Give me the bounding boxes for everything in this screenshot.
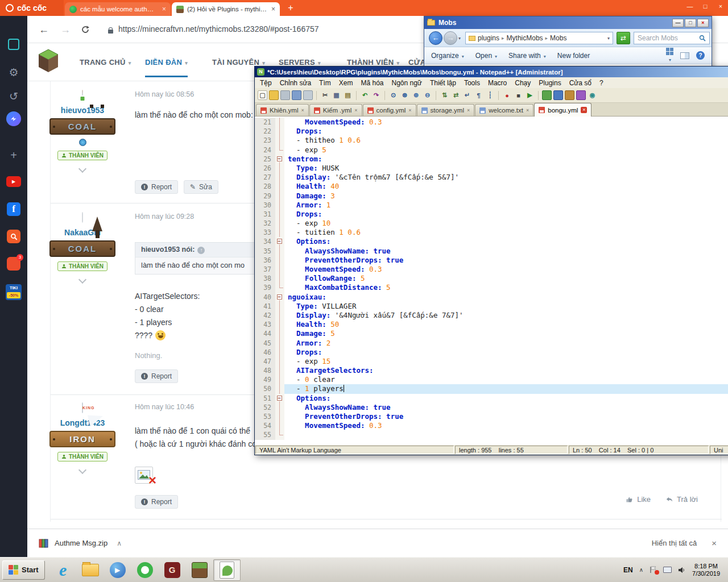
menu-cua-so[interactable]: Cửa sổ — [565, 79, 595, 87]
report-button[interactable]: !Report — [135, 495, 178, 509]
cut-icon[interactable]: ✂ — [320, 90, 330, 100]
breadcrumb-mobs[interactable]: Mobs — [550, 34, 566, 42]
report-button[interactable]: !Report — [135, 369, 178, 383]
language-indicator[interactable]: EN — [623, 566, 633, 574]
fold-margin[interactable]: − — [275, 237, 284, 246]
share-with-button[interactable]: Share with — [508, 52, 546, 60]
fold-collapse-icon[interactable]: − — [277, 294, 282, 300]
tab-close-icon[interactable]: × — [354, 107, 357, 113]
notepadpp-title-bar[interactable]: N *C:\Users\hieu\Desktop\RPG\plugins\Myt… — [255, 66, 728, 77]
menu-plugins[interactable]: Plugins — [535, 79, 565, 87]
sync-vertical-icon[interactable]: ⇅ — [440, 90, 449, 100]
taskbar-red-app-icon[interactable]: G — [159, 559, 186, 581]
panel-toggle-icon[interactable] — [0, 39, 27, 50]
taskbar-coccoc-icon[interactable] — [131, 559, 159, 581]
username-link[interactable]: NakaaGM — [48, 228, 117, 237]
coccoc-search-icon[interactable] — [0, 230, 27, 243]
close-icon[interactable]: × — [717, 3, 725, 10]
tab-close-icon[interactable]: × — [301, 107, 304, 113]
npp-editor[interactable]: 21 MovementSpeed: 0.322 Drops:23 - thith… — [255, 117, 728, 445]
code-line[interactable]: 27 Display: '&cTên trộm&7 [&fCấp:&e 5&7]… — [255, 173, 728, 182]
youtube-icon[interactable]: ▶ — [0, 176, 27, 187]
npp-tab-bongu.yml[interactable]: bongu.yml× — [534, 103, 592, 117]
tab-close-icon[interactable]: × — [526, 107, 529, 113]
fold-collapse-icon[interactable]: − — [277, 396, 282, 401]
tab-close-icon[interactable]: × — [581, 107, 587, 113]
messenger-icon[interactable] — [0, 111, 27, 126]
plugin-d-icon[interactable] — [576, 90, 586, 100]
search-box[interactable]: Search Mobs — [634, 32, 710, 44]
zoom-out-icon[interactable]: ⊖ — [423, 90, 432, 100]
jump-to-post-icon[interactable]: ↑ — [197, 247, 205, 254]
tab-close-icon[interactable]: × — [408, 107, 411, 113]
chevron-down-icon[interactable] — [78, 276, 86, 284]
taskbar-notepadpp-icon-active[interactable] — [213, 559, 241, 581]
site-info-lock-icon[interactable] — [108, 30, 113, 34]
code-line[interactable]: 46 Drops: — [255, 348, 728, 357]
redo-icon[interactable]: ↷ — [371, 90, 381, 100]
menu-tep[interactable]: Tệp — [256, 79, 276, 87]
code-line[interactable]: 36 PreventOtherDrops: true — [255, 256, 728, 265]
menu-chinh-sua[interactable]: Chỉnh sửa — [276, 79, 315, 87]
close-button[interactable]: × — [697, 19, 709, 27]
fold-margin[interactable]: − — [275, 394, 284, 403]
code-line[interactable]: 24 - exp 5 — [255, 146, 728, 155]
menu-macro[interactable]: Macro — [484, 79, 511, 87]
menu-help[interactable]: ? — [595, 79, 607, 87]
reply-button[interactable]: Trả lời — [665, 495, 698, 504]
browser-tab-2-active[interactable]: (2) Hỏi về Plugins - mythicmo × — [172, 2, 280, 16]
download-filename[interactable]: Authme Msg.zip — [55, 539, 107, 547]
indent-guide-icon[interactable]: ┆ — [485, 90, 495, 100]
replace-icon[interactable]: ⊛ — [400, 90, 410, 100]
code-line[interactable]: 50 - 1 players — [255, 384, 728, 393]
code-line[interactable]: 26 Type: HUSK — [255, 164, 728, 173]
zoom-in-icon[interactable]: ⊕ — [411, 90, 421, 100]
hidden-icons-chevron[interactable]: ∧ — [639, 567, 643, 573]
breadcrumb-plugins[interactable]: plugins — [478, 34, 499, 42]
code-line[interactable]: 54 MovementSpeed: 0.3 — [255, 421, 728, 430]
taskbar-clock[interactable]: 8:18 PM 7/30/2019 — [692, 563, 722, 577]
menu-chay[interactable]: Chạy — [511, 79, 535, 87]
taskbar-media-player-icon[interactable]: ▶ — [104, 559, 131, 581]
help-icon[interactable]: ? — [696, 51, 705, 60]
download-expand-icon[interactable]: ∧ — [117, 539, 122, 547]
plugin-b-icon[interactable] — [553, 90, 563, 100]
menu-tim[interactable]: Tìm — [315, 79, 335, 87]
username-link[interactable]: Longdt1423 — [48, 418, 117, 427]
broken-image-icon[interactable]: × — [135, 467, 153, 484]
code-line[interactable]: 45 Armor: 2 — [255, 339, 728, 348]
reload-icon[interactable] — [81, 25, 90, 37]
tab-close-icon[interactable]: × — [271, 5, 275, 13]
organize-button[interactable]: Organize — [431, 52, 464, 60]
code-line[interactable]: 40−nguoixau: — [255, 293, 728, 302]
code-line[interactable]: 41 Type: VILLAGER — [255, 302, 728, 311]
copy-icon[interactable]: ▦ — [332, 90, 341, 100]
coccoc-logo[interactable]: cốc cốc — [0, 0, 64, 16]
avatar[interactable]: KING — [82, 402, 83, 413]
code-line[interactable]: 22 Drops: — [255, 127, 728, 136]
code-line[interactable]: 30 Armor: 1 — [255, 201, 728, 210]
code-line[interactable]: 32 - exp 10 — [255, 219, 728, 228]
code-line[interactable]: 43 Health: 50 — [255, 320, 728, 329]
code-line[interactable]: 49 - 0 clear — [255, 375, 728, 384]
fold-margin[interactable]: − — [275, 155, 284, 164]
settings-gear-icon[interactable]: ⚙ — [0, 66, 27, 79]
code-line[interactable]: 52 AlwaysShowName: true — [255, 403, 728, 412]
post-timestamp[interactable]: Hôm nay lúc 09:28 — [135, 213, 194, 221]
undo-icon[interactable]: ↶ — [360, 90, 370, 100]
browser-tab-1[interactable]: các mẫu welcome authme đẹ × — [65, 2, 171, 16]
minimize-icon[interactable]: — — [686, 3, 694, 10]
address-bar-breadcrumb[interactable]: plugins ▸ MythicMobs ▸ Mobs ▾ — [465, 32, 613, 44]
code-line[interactable]: 55 — [255, 430, 728, 439]
facebook-icon[interactable]: f — [0, 202, 27, 216]
like-button[interactable]: Like — [626, 495, 651, 504]
save-file-icon[interactable] — [280, 90, 290, 100]
menu-ngon-ngu[interactable]: Ngôn ngữ — [387, 79, 425, 87]
code-line[interactable]: 44 Damage: 5 — [255, 329, 728, 338]
code-line[interactable]: 48 AITargetSelectors: — [255, 366, 728, 375]
history-dropdown-icon[interactable]: ▾ — [458, 36, 461, 41]
taskbar-explorer-icon[interactable] — [77, 559, 104, 581]
stop-macro-icon[interactable]: ■ — [514, 90, 523, 100]
chevron-down-icon[interactable] — [78, 466, 86, 474]
menu-tools[interactable]: Tools — [460, 79, 484, 87]
